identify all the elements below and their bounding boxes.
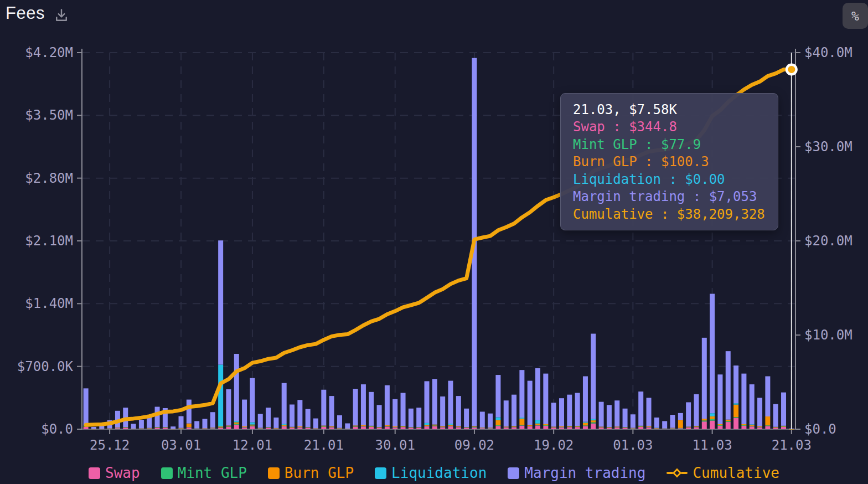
bar-burn-glp[interactable] [599, 426, 604, 427]
bar-margin-trading[interactable] [202, 419, 207, 428]
download-icon[interactable] [54, 8, 69, 23]
bar-margin-trading[interactable] [361, 384, 366, 425]
bar-burn-glp[interactable] [194, 429, 199, 429]
bar-burn-glp[interactable] [710, 416, 715, 419]
bar-margin-trading[interactable] [670, 415, 675, 428]
bar-mint-glp[interactable] [710, 419, 715, 421]
bar-margin-trading[interactable] [337, 415, 342, 428]
bar-margin-trading[interactable] [559, 398, 564, 426]
bar-swap[interactable] [409, 428, 414, 429]
bar-swap[interactable] [741, 426, 746, 429]
bar-burn-glp[interactable] [131, 429, 136, 429]
bar-swap[interactable] [432, 426, 437, 429]
bar-mint-glp[interactable] [678, 428, 683, 429]
bar-mint-glp[interactable] [512, 426, 516, 427]
legend-item-cumulative[interactable]: Cumulative [666, 466, 779, 480]
bar-burn-glp[interactable] [218, 426, 223, 428]
bar-burn-glp[interactable] [495, 420, 500, 425]
bar-burn-glp[interactable] [591, 420, 596, 422]
bar-mint-glp[interactable] [409, 428, 414, 428]
bar-mint-glp[interactable] [551, 427, 556, 428]
bar-margin-trading[interactable] [631, 414, 636, 428]
bar-margin-trading[interactable] [392, 399, 397, 426]
bar-margin-trading[interactable] [614, 400, 619, 426]
bar-swap[interactable] [726, 422, 731, 429]
bar-mint-glp[interactable] [456, 427, 461, 428]
bar-burn-glp[interactable] [290, 427, 294, 428]
bar-burn-glp[interactable] [757, 426, 762, 427]
bar-burn-glp[interactable] [337, 428, 342, 429]
bar-burn-glp[interactable] [488, 428, 493, 428]
bar-burn-glp[interactable] [377, 427, 382, 428]
bar-swap[interactable] [456, 427, 461, 429]
bar-burn-glp[interactable] [686, 426, 691, 427]
bar-burn-glp[interactable] [187, 424, 192, 427]
bar-margin-trading[interactable] [440, 397, 445, 426]
bar-mint-glp[interactable] [123, 428, 128, 428]
bar-margin-trading[interactable] [179, 416, 184, 428]
bar-burn-glp[interactable] [694, 426, 699, 426]
bar-margin-trading[interactable] [551, 403, 556, 426]
bar-mint-glp[interactable] [717, 425, 722, 426]
bar-mint-glp[interactable] [741, 425, 746, 426]
bar-margin-trading[interactable] [306, 409, 311, 428]
bar-swap[interactable] [155, 428, 160, 429]
bar-liquidation[interactable] [535, 420, 540, 423]
bar-margin-trading[interactable] [131, 424, 136, 429]
bar-mint-glp[interactable] [425, 426, 430, 426]
bar-swap[interactable] [385, 426, 390, 429]
bar-mint-glp[interactable] [392, 427, 397, 428]
bar-swap[interactable] [242, 428, 247, 429]
bar-margin-trading[interactable] [757, 398, 762, 426]
bar-liquidation[interactable] [234, 421, 239, 422]
bar-mint-glp[interactable] [702, 420, 707, 421]
bar-burn-glp[interactable] [179, 428, 184, 429]
bar-mint-glp[interactable] [163, 428, 168, 428]
bar-mint-glp[interactable] [575, 426, 580, 427]
bar-burn-glp[interactable] [765, 416, 770, 425]
bar-swap[interactable] [535, 425, 540, 429]
bar-margin-trading[interactable] [480, 411, 485, 428]
bar-mint-glp[interactable] [535, 425, 540, 425]
bar-margin-trading[interactable] [765, 376, 770, 416]
bar-swap[interactable] [290, 428, 294, 429]
bar-margin-trading[interactable] [583, 376, 588, 421]
bar-burn-glp[interactable] [678, 420, 683, 428]
bar-swap[interactable] [733, 418, 738, 429]
bar-burn-glp[interactable] [91, 429, 96, 430]
bar-burn-glp[interactable] [464, 427, 469, 428]
bar-margin-trading[interactable] [84, 388, 89, 425]
bar-margin-trading[interactable] [567, 395, 572, 426]
bar-swap[interactable] [773, 428, 778, 429]
bar-margin-trading[interactable] [139, 420, 144, 429]
bar-burn-glp[interactable] [583, 423, 588, 425]
bar-margin-trading[interactable] [448, 381, 453, 424]
bar-burn-glp[interactable] [448, 425, 453, 426]
bar-swap[interactable] [528, 426, 533, 429]
bar-burn-glp[interactable] [781, 426, 786, 426]
bar-liquidation[interactable] [448, 424, 453, 425]
bar-burn-glp[interactable] [670, 428, 675, 429]
bar-margin-trading[interactable] [638, 392, 643, 426]
bar-swap[interactable] [638, 427, 643, 429]
bar-swap[interactable] [250, 426, 255, 429]
bar-mint-glp[interactable] [401, 426, 406, 427]
bar-mint-glp[interactable] [432, 425, 437, 426]
bar-swap[interactable] [84, 427, 89, 429]
bar-swap[interactable] [234, 425, 239, 429]
bar-mint-glp[interactable] [488, 428, 493, 429]
bar-margin-trading[interactable] [297, 400, 302, 426]
bar-swap[interactable] [353, 427, 358, 429]
bar-swap[interactable] [686, 428, 691, 429]
bar-margin-trading[interactable] [495, 375, 500, 417]
bar-swap[interactable] [440, 427, 445, 429]
bar-mint-glp[interactable] [583, 425, 588, 426]
bar-margin-trading[interactable] [535, 368, 540, 420]
bar-margin-trading[interactable] [187, 400, 192, 424]
bar-mint-glp[interactable] [416, 428, 421, 428]
bar-mint-glp[interactable] [480, 428, 485, 429]
bar-burn-glp[interactable] [623, 427, 628, 428]
bar-margin-trading[interactable] [273, 418, 278, 428]
bar-mint-glp[interactable] [234, 424, 239, 425]
bar-swap[interactable] [750, 426, 755, 429]
